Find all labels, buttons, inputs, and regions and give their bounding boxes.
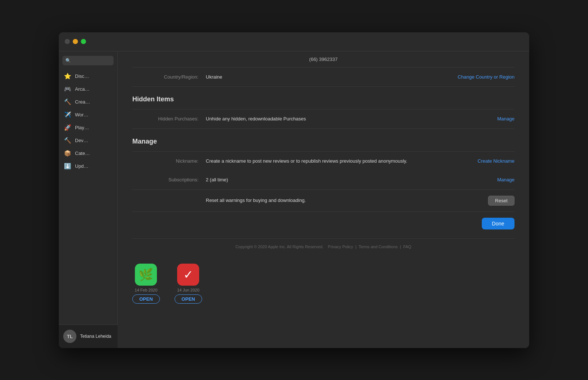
- terms-conditions-link[interactable]: Terms and Conditions: [359, 245, 398, 249]
- avatar: TL: [63, 330, 76, 343]
- sidebar-item-label: Wor…: [75, 112, 89, 117]
- privacy-policy-link[interactable]: Privacy Policy: [328, 245, 353, 249]
- titlebar: [59, 32, 529, 51]
- manage-subscriptions-link[interactable]: Manage: [497, 177, 514, 182]
- traffic-lights: [65, 39, 86, 44]
- app-icon-red: ✓: [177, 264, 199, 286]
- done-container: Done: [132, 212, 514, 238]
- create-icon: 🔨: [64, 98, 71, 105]
- done-button[interactable]: Done: [482, 218, 514, 229]
- hidden-purchases-label: Hidden Purchases:: [132, 115, 206, 122]
- sidebar-item-label: Arca…: [75, 86, 90, 92]
- app-icon-green: 🌿: [135, 264, 157, 286]
- sidebar-item-work[interactable]: ✈️ Wor…: [59, 108, 117, 121]
- work-icon: ✈️: [64, 111, 71, 118]
- search-bar[interactable]: 🔍: [62, 56, 114, 65]
- change-country-action: Change Country or Region: [458, 73, 514, 80]
- sidebar-item-label: Dev…: [75, 138, 88, 143]
- sidebar-item-categories[interactable]: 📦 Cate…: [59, 147, 117, 160]
- reset-button[interactable]: Reset: [488, 196, 514, 206]
- sidebar-item-discover[interactable]: ⭐ Disc…: [59, 70, 117, 83]
- close-button[interactable]: [65, 39, 70, 44]
- country-label: Country/Region:: [132, 73, 206, 80]
- reset-row: Reset all warnings for buying and downlo…: [132, 190, 514, 211]
- nickname-label: Nickname:: [132, 158, 206, 164]
- subscriptions-value: 2 (all time): [206, 176, 497, 184]
- sidebar-item-updates[interactable]: ⬇️ Upd…: [59, 160, 117, 173]
- hidden-purchases-value: Unhide any hidden, redownloadable Purcha…: [206, 115, 497, 123]
- app-window: 🔍 ⭐ Disc… 🎮 Arca… 🔨 Crea… ✈️ Wor… 🚀 Play…: [59, 32, 529, 348]
- maximize-button[interactable]: [81, 39, 86, 44]
- sidebar-item-arcade[interactable]: 🎮 Arca…: [59, 83, 117, 95]
- change-country-link[interactable]: Change Country or Region: [458, 74, 514, 80]
- develop-icon: 🔨: [64, 137, 71, 144]
- sidebar-item-label: Disc…: [75, 73, 89, 79]
- updates-icon: ⬇️: [64, 163, 71, 170]
- app-item-1: 🌿 14 Feb 2020 OPEN: [132, 264, 160, 304]
- hidden-purchases-action: Manage: [497, 115, 514, 122]
- play-icon: 🚀: [64, 124, 71, 131]
- scroll-content: (66) 3962337 Country/Region: Ukraine Cha…: [118, 51, 529, 348]
- footer: Copyright © 2020 Apple Inc. All Rights R…: [132, 238, 514, 258]
- subscriptions-action: Manage: [497, 176, 514, 183]
- app-item-2: ✓ 14 Jun 2020 OPEN: [175, 264, 202, 304]
- discover-icon: ⭐: [64, 73, 71, 80]
- sidebar-item-label: Play…: [75, 125, 89, 130]
- app2-open-button[interactable]: OPEN: [175, 294, 202, 304]
- user-name: Tetiana Leheida: [80, 334, 111, 339]
- faq-link[interactable]: FAQ: [403, 245, 411, 249]
- create-nickname-action: Create Nickname: [478, 158, 514, 164]
- sidebar-item-create[interactable]: 🔨 Crea…: [59, 95, 117, 108]
- phone-number: (66) 3962337: [132, 51, 514, 67]
- manage-hidden-link[interactable]: Manage: [497, 116, 514, 122]
- nickname-value: Create a nickname to post new reviews or…: [206, 158, 478, 165]
- subscriptions-row: Subscriptions: 2 (all time) Manage: [132, 170, 514, 189]
- app1-date: 14 Feb 2020: [135, 288, 158, 292]
- reset-action: Reset: [488, 196, 514, 206]
- arcade-icon: 🎮: [64, 86, 71, 93]
- sidebar-item-develop[interactable]: 🔨 Dev…: [59, 134, 117, 147]
- hidden-items-title: Hidden Items: [132, 87, 514, 109]
- create-nickname-link[interactable]: Create Nickname: [478, 158, 514, 164]
- sidebar-item-label: Upd…: [75, 163, 89, 169]
- app2-date: 14 Jun 2020: [177, 288, 200, 292]
- manage-title: Manage: [132, 129, 514, 151]
- main-content: Change Country or Region t Card PT (66) …: [118, 32, 529, 348]
- app-strip: 🌿 14 Feb 2020 OPEN ✓ 14 Jun 2020 OPEN: [132, 258, 514, 310]
- reset-warning-text: Reset all warnings for buying and downlo…: [206, 197, 488, 204]
- country-region-row: Country/Region: Ukraine Change Country o…: [132, 68, 514, 87]
- app1-open-button[interactable]: OPEN: [132, 294, 160, 304]
- country-value: Ukraine: [206, 73, 458, 81]
- minimize-button[interactable]: [73, 39, 78, 44]
- sidebar: 🔍 ⭐ Disc… 🎮 Arca… 🔨 Crea… ✈️ Wor… 🚀 Play…: [59, 32, 118, 348]
- search-icon: 🔍: [65, 58, 71, 63]
- categories-icon: 📦: [64, 150, 71, 157]
- hidden-purchases-row: Hidden Purchases: Unhide any hidden, red…: [132, 109, 514, 129]
- copyright-text: Copyright © 2020 Apple Inc. All Rights R…: [236, 245, 323, 249]
- nickname-row: Nickname: Create a nickname to post new …: [132, 152, 514, 171]
- sidebar-item-label: Cate…: [75, 151, 90, 156]
- sidebar-item-play[interactable]: 🚀 Play…: [59, 121, 117, 134]
- subscriptions-label: Subscriptions:: [132, 176, 206, 182]
- user-profile: TL Tetiana Leheida: [59, 325, 118, 348]
- sidebar-item-label: Crea…: [75, 99, 90, 105]
